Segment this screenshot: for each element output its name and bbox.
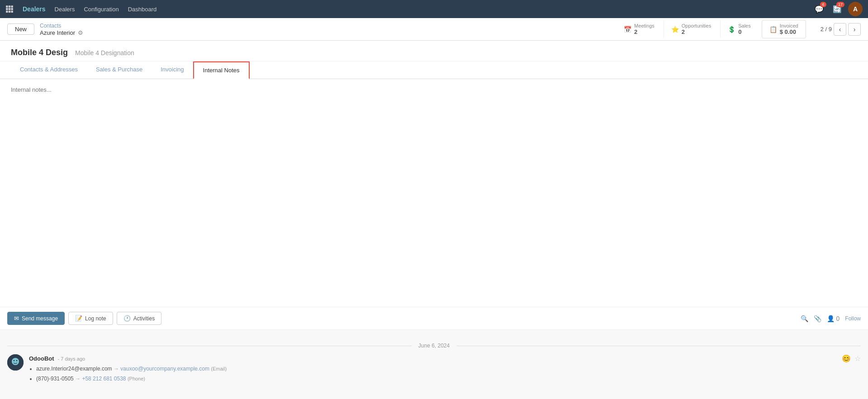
pagination-next[interactable]: › <box>848 23 861 36</box>
tab-contacts[interactable]: Contacts & Addresses <box>11 61 87 79</box>
opportunities-label: Opportunities <box>682 23 711 28</box>
internal-notes-textarea[interactable] <box>11 86 857 177</box>
avatar-initial: A <box>853 5 858 13</box>
message-body: OdooBot - 7 days ago 😊 ☆ azure.Interior <box>29 354 861 385</box>
stat-meetings[interactable]: 📅 Meetings 2 <box>617 20 662 38</box>
navbar-right: 💬 6 🔄 17 A <box>812 2 863 16</box>
breadcrumb-current-label: Azure Interior <box>40 29 75 36</box>
tab-invoicing[interactable]: Invoicing <box>152 61 193 79</box>
message-line-email: azure.Interior24@example.com → vauxoo@yo… <box>36 365 861 373</box>
breadcrumb-parent[interactable]: Contacts <box>40 23 83 29</box>
grid-menu-icon[interactable] <box>5 5 14 13</box>
star-message-btn[interactable]: ☆ <box>854 354 861 363</box>
meetings-value: 2 <box>634 28 655 35</box>
phone-from: (870)-931-0505 <box>36 376 74 382</box>
emoji-reaction-btn[interactable]: 😊 <box>842 354 851 363</box>
notification-badge: 6 <box>820 2 826 7</box>
pagination-text: 2 / 9 <box>821 26 832 33</box>
message-actions: 😊 ☆ <box>842 354 861 363</box>
email-to[interactable]: vauxoo@yourcompany.example.com <box>120 366 209 372</box>
svg-rect-7 <box>9 10 11 13</box>
arrow-icon: → <box>114 366 120 372</box>
navbar: Dealers Dealers Configuration Dashboard … <box>0 0 868 18</box>
message-header: OdooBot - 7 days ago 😊 ☆ <box>29 354 861 363</box>
svg-rect-2 <box>11 5 13 8</box>
svg-rect-6 <box>6 10 8 13</box>
invoiced-value: $ 0.00 <box>780 28 798 35</box>
stat-invoiced[interactable]: 📋 Invoiced $ 0.00 <box>762 20 806 38</box>
invoiced-icon: 📋 <box>769 26 777 33</box>
svg-point-11 <box>14 360 15 361</box>
nav-dealers[interactable]: Dealers <box>55 6 75 13</box>
email-badge: (Email) <box>211 366 227 371</box>
meetings-label: Meetings <box>634 23 655 28</box>
tab-internal-notes[interactable]: Internal Notes <box>193 61 250 79</box>
breadcrumb: Contacts Azure Interior ⚙ <box>40 23 83 36</box>
messages-area: June 6, 2024 OdooBot <box>0 330 868 399</box>
messages-icon-btn[interactable]: 💬 6 <box>812 2 826 16</box>
activities-icon: 🕐 <box>123 315 131 322</box>
stat-sales[interactable]: 💲 Sales 0 <box>720 20 758 38</box>
phone-badge: (Phone) <box>128 376 145 381</box>
svg-rect-1 <box>9 5 11 8</box>
main-content: Mobile 4 Desig Mobile 4 Designation Cont… <box>0 41 868 399</box>
followers-icon[interactable]: 👤 0 <box>827 315 840 322</box>
follow-button[interactable]: Follow <box>845 315 861 322</box>
tab-content-internal-notes <box>0 79 868 307</box>
chatter-section: ✉ Send message 📝 Log note 🕐 Activities 🔍… <box>0 307 868 399</box>
meetings-icon: 📅 <box>624 26 631 33</box>
chatter-right: 🔍 📎 👤 0 Follow <box>801 315 861 322</box>
navbar-brand[interactable]: Dealers <box>23 5 46 13</box>
record-title-sub: Mobile 4 Designation <box>75 49 134 56</box>
phone-to[interactable]: +58 212 681 0538 <box>82 376 126 382</box>
svg-rect-3 <box>6 8 8 10</box>
tab-bar: Contacts & Addresses Sales & Purchase In… <box>0 61 868 79</box>
log-note-button[interactable]: 📝 Log note <box>68 312 113 325</box>
opportunities-value: 2 <box>682 28 711 35</box>
navbar-links: Dealers Configuration Dashboard <box>55 6 157 13</box>
updates-badge: 17 <box>836 2 844 7</box>
message-item: OdooBot - 7 days ago 😊 ☆ azure.Interior <box>7 354 861 385</box>
updates-icon-btn[interactable]: 🔄 17 <box>830 2 844 16</box>
svg-rect-4 <box>9 8 11 10</box>
action-bar: New Contacts Azure Interior ⚙ 📅 Meetings… <box>0 18 868 41</box>
arrow-icon-2: → <box>75 376 82 382</box>
sales-icon: 💲 <box>728 26 735 33</box>
email-from: azure.Interior24@example.com <box>36 366 112 372</box>
stat-opportunities[interactable]: ⭐ Opportunities 2 <box>664 20 718 38</box>
stats-bar: 📅 Meetings 2 ⭐ Opportunities 2 💲 Sales 0… <box>617 20 808 38</box>
sales-label: Sales <box>738 23 751 28</box>
activities-button[interactable]: 🕐 Activities <box>117 312 161 325</box>
message-line-phone: (870)-931-0505 → +58 212 681 0538 (Phone… <box>36 375 861 383</box>
new-button[interactable]: New <box>7 23 34 35</box>
opportunities-icon: ⭐ <box>671 26 679 33</box>
user-avatar[interactable]: A <box>848 2 863 16</box>
tab-sales[interactable]: Sales & Purchase <box>87 61 152 79</box>
svg-rect-8 <box>11 10 13 13</box>
settings-gear-icon[interactable]: ⚙ <box>78 29 83 36</box>
attach-icon[interactable]: 📎 <box>814 315 821 322</box>
svg-rect-5 <box>11 8 13 10</box>
svg-point-12 <box>16 360 18 361</box>
record-header: Mobile 4 Desig Mobile 4 Designation <box>0 41 868 61</box>
pagination: 2 / 9 ‹ › <box>821 23 861 36</box>
send-message-button[interactable]: ✉ Send message <box>7 312 65 325</box>
message-content: azure.Interior24@example.com → vauxoo@yo… <box>29 365 861 383</box>
odoobot-avatar <box>7 354 24 371</box>
nav-dashboard[interactable]: Dashboard <box>128 6 157 13</box>
breadcrumb-current: Azure Interior ⚙ <box>40 29 83 36</box>
message-author: OdooBot <box>29 355 54 362</box>
invoiced-label: Invoiced <box>780 23 798 28</box>
date-separator: June 6, 2024 <box>7 343 861 349</box>
message-time: - 7 days ago <box>58 356 85 361</box>
search-chatter-icon[interactable]: 🔍 <box>801 315 808 322</box>
log-note-icon: 📝 <box>75 315 82 322</box>
svg-rect-0 <box>6 5 8 8</box>
chatter-actions: ✉ Send message 📝 Log note 🕐 Activities 🔍… <box>0 307 868 330</box>
svg-point-10 <box>12 358 19 365</box>
nav-configuration[interactable]: Configuration <box>84 6 119 13</box>
sales-value: 0 <box>738 28 751 35</box>
pagination-prev[interactable]: ‹ <box>834 23 846 36</box>
record-title-main: Mobile 4 Desig <box>11 48 68 57</box>
send-icon: ✉ <box>14 315 19 322</box>
